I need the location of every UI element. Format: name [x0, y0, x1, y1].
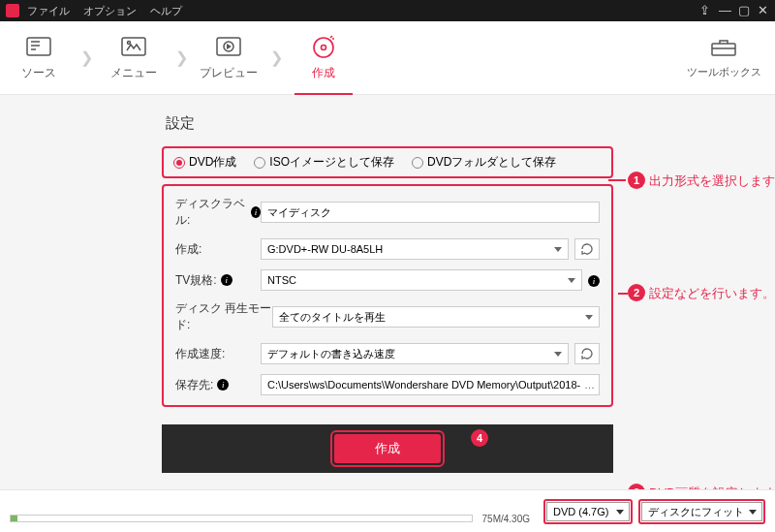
source-icon: [26, 34, 51, 59]
callout-text-2: 設定などを行います。: [649, 285, 775, 302]
label-saveto: 保存先:i: [175, 377, 261, 393]
tab-preview-label: プレビュー: [200, 65, 258, 81]
label-tvstd: TV規格:i: [175, 272, 261, 289]
menu-file[interactable]: ファイル: [27, 4, 70, 18]
disclabel-input[interactable]: [261, 202, 600, 223]
size-text: 75M/4.30G: [482, 514, 530, 524]
label-playmode: ディスク 再生モード:: [175, 300, 272, 333]
radio-dvd[interactable]: DVD作成: [173, 154, 236, 171]
svg-rect-4: [122, 38, 145, 55]
minimize-icon[interactable]: —: [719, 5, 730, 16]
callout-text-1: 出力形式を選択します。: [649, 172, 775, 190]
settings-title: 設定: [162, 109, 613, 146]
menu-icon: [121, 34, 146, 59]
settings-fields: ディスクラベル:i 作成: G:DVD+-RW DU-8A5LH TV規格:i …: [162, 184, 613, 407]
app-logo: [6, 4, 19, 17]
radio-iso-label: ISOイメージとして保存: [269, 154, 394, 171]
tabbar: ソース ❯ メニュー ❯ プレビュー ❯ 作成 ツールボックス: [0, 21, 775, 95]
label-create: 作成:: [175, 241, 261, 258]
chevron-icon: ❯: [172, 21, 190, 95]
refresh-speed-button[interactable]: [574, 343, 600, 364]
chevron-icon: ❯: [78, 21, 95, 95]
radio-folder[interactable]: DVDフォルダとして保存: [412, 154, 556, 171]
callout-badge-2: 2: [628, 284, 645, 301]
radio-dvd-label: DVD作成: [189, 154, 236, 171]
tab-menu-label: メニュー: [110, 65, 157, 81]
toolbox-icon: [710, 36, 737, 61]
bottombar: 75M/4.30G DVD (4.7G) ディスクにフィット: [0, 489, 775, 532]
info-icon[interactable]: i: [217, 379, 229, 391]
output-format-row: DVD作成 ISOイメージとして保存 DVDフォルダとして保存: [162, 146, 613, 178]
create-icon: [311, 34, 336, 59]
tab-create[interactable]: 作成: [285, 21, 362, 95]
info-icon[interactable]: i: [251, 206, 261, 218]
tab-preview[interactable]: プレビュー: [190, 21, 267, 95]
burn-button-outline: 作成: [330, 430, 445, 467]
info-icon[interactable]: i: [588, 275, 600, 287]
callout-connector: [618, 293, 628, 295]
tab-source[interactable]: ソース: [0, 21, 78, 95]
size-progress: [10, 515, 473, 522]
playmode-select[interactable]: 全てのタイトルを再生: [272, 306, 600, 328]
pin-icon[interactable]: ⇪: [699, 5, 711, 16]
chevron-icon: ❯: [267, 21, 285, 95]
svg-point-9: [314, 38, 333, 57]
refresh-drive-button[interactable]: [574, 238, 600, 260]
label-speed: 作成速度:: [175, 346, 261, 362]
tab-menu[interactable]: メニュー: [95, 21, 172, 95]
menu-help[interactable]: ヘルプ: [150, 4, 182, 18]
callout-connector: [608, 179, 626, 181]
saveto-path[interactable]: C:\Users\ws\Documents\Wondershare DVD Me…: [261, 374, 600, 395]
settings-panel: 設定 DVD作成 ISOイメージとして保存 DVDフォルダとして保存 ディスクラ…: [162, 109, 613, 468]
disc-size-select[interactable]: DVD (4.7G): [546, 502, 630, 521]
speed-select[interactable]: デフォルトの書き込み速度: [261, 343, 569, 364]
preview-icon: [216, 34, 241, 59]
svg-rect-11: [712, 44, 735, 55]
burn-bar: 作成: [162, 424, 613, 473]
info-icon[interactable]: i: [221, 274, 232, 286]
tab-toolbox-label: ツールボックス: [687, 65, 761, 79]
radio-iso[interactable]: ISOイメージとして保存: [254, 154, 394, 171]
tab-toolbox[interactable]: ツールボックス: [680, 36, 767, 79]
radio-folder-label: DVDフォルダとして保存: [427, 154, 556, 171]
svg-rect-0: [27, 38, 50, 55]
tab-source-label: ソース: [21, 65, 56, 81]
drive-select[interactable]: G:DVD+-RW DU-8A5LH: [261, 238, 569, 260]
callout-badge-1: 1: [628, 172, 645, 189]
label-disclabel: ディスクラベル:i: [175, 196, 261, 229]
close-icon[interactable]: ✕: [758, 5, 769, 16]
svg-point-10: [322, 46, 326, 50]
svg-marker-8: [227, 44, 232, 49]
tab-create-label: 作成: [312, 65, 335, 81]
tvstd-select[interactable]: NTSC: [261, 269, 582, 291]
titlebar: ファイル オプション ヘルプ ⇪ — ▢ ✕: [0, 0, 775, 21]
quality-fit-select[interactable]: ディスクにフィット: [641, 502, 762, 521]
menu-option[interactable]: オプション: [83, 4, 137, 18]
callout-badge-4: 4: [471, 429, 488, 447]
burn-button[interactable]: 作成: [334, 434, 441, 463]
maximize-icon[interactable]: ▢: [738, 5, 750, 16]
svg-point-5: [128, 42, 131, 45]
